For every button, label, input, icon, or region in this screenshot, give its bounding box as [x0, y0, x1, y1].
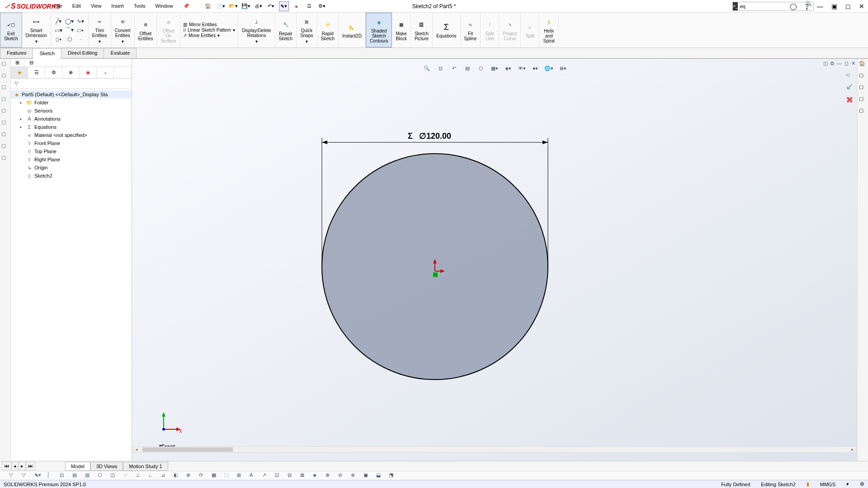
display-style-icon[interactable]: ▦▾	[490, 63, 500, 73]
bt-icon-30[interactable]: ⬓	[376, 472, 384, 479]
screen-icon[interactable]: 🖥▾	[557, 63, 567, 73]
menu-file[interactable]: File	[50, 1, 67, 11]
bt-icon-10[interactable]: ⟋	[123, 472, 131, 479]
dimension-value[interactable]: ∅120.00	[419, 131, 451, 141]
menu-edit[interactable]: Edit	[68, 1, 85, 11]
tab-last-icon[interactable]: ⏭	[26, 462, 35, 470]
edit-appearance-icon[interactable]: 👁▾	[517, 63, 527, 73]
tab-prev-icon[interactable]: ◂	[11, 462, 19, 470]
circle-tool-icon[interactable]: ◯▾	[65, 17, 75, 25]
display-relations-button[interactable]: ⊥ Display/Delete Relations▾	[238, 13, 275, 47]
tree-item-origin[interactable]: ↳Origin	[11, 164, 132, 172]
bt-icon-17[interactable]: ▦	[212, 472, 220, 479]
bt-icon-20[interactable]: A	[250, 472, 258, 479]
bt-icon-25[interactable]: ◈	[313, 472, 321, 479]
tree-item-right-plane[interactable]: ◊Right Plane	[11, 155, 132, 164]
tree-item-material[interactable]: ≡Material <not specified>	[11, 131, 132, 139]
horizontal-scrollbar[interactable]: ◂ ▸	[133, 446, 856, 453]
fm-display-tab-icon[interactable]: ◉	[80, 67, 97, 78]
fm-tree-tab-icon[interactable]: ◈	[11, 67, 28, 78]
rail-icon-3[interactable]: ▢	[1, 84, 9, 92]
vp-min-icon[interactable]: —	[837, 61, 842, 66]
point-tool-icon[interactable]: ·	[75, 35, 85, 43]
bt-icon-12[interactable]: ∟	[148, 472, 156, 479]
trim-entities-button[interactable]: ✂ Trim Entities▾	[89, 13, 111, 47]
tab-3d-views[interactable]: 3D Views	[90, 462, 123, 471]
vp-newwin-icon[interactable]: ◫	[823, 61, 828, 66]
rail-icon-4[interactable]: ▢	[1, 96, 9, 104]
rail-icon-8[interactable]: ▢	[1, 143, 9, 151]
fm-prop-tab-icon[interactable]: ☰	[28, 67, 45, 78]
apply-scene-icon[interactable]: ●▾	[530, 63, 540, 73]
hide-show-icon[interactable]: ◈▾	[503, 63, 513, 73]
fm-more-tab-icon[interactable]: ›	[97, 67, 114, 78]
menu-view[interactable]: View	[86, 1, 106, 11]
tree-item-folder[interactable]: ▸📁Folder	[11, 99, 132, 107]
right-rail-icon-5[interactable]: ▢	[859, 108, 867, 116]
tab-motion-study[interactable]: Motion Study 1	[123, 462, 168, 471]
rotate-confirm-icon[interactable]: ⟲	[846, 72, 854, 78]
bt-icon-4[interactable]: │	[47, 472, 55, 479]
scroll-right-icon[interactable]: ▸	[851, 446, 854, 452]
new-doc-icon[interactable]: 📄▾	[216, 1, 226, 11]
bt-icon-14[interactable]: ◐	[174, 472, 182, 479]
menu-insert[interactable]: Insert	[107, 1, 128, 11]
bt-icon-27[interactable]: ⊖	[338, 472, 346, 479]
settings-icon[interactable]: ⚙▾	[317, 1, 327, 11]
repair-sketch-button[interactable]: 🔧 Repair Sketch	[275, 13, 297, 47]
bt-icon-31[interactable]: ⬔	[389, 472, 397, 479]
bt-icon-22[interactable]: ⊡	[275, 472, 283, 479]
prev-view-icon[interactable]: ↶	[449, 63, 459, 73]
rail-icon-2[interactable]: ▢	[1, 72, 9, 80]
view-settings-icon[interactable]: 🌐▾	[544, 63, 554, 73]
bt-icon-13[interactable]: ⊿	[161, 472, 169, 479]
tree-item-sensors[interactable]: ◎Sensors	[11, 107, 132, 115]
sketch-picture-button[interactable]: 🖼 Sketch Picture	[411, 13, 433, 47]
tab-model[interactable]: Model	[65, 462, 90, 471]
section-view-icon[interactable]: ▤	[462, 63, 472, 73]
rail-icon-5[interactable]: ▢	[1, 108, 9, 116]
filter-icon[interactable]: ▽	[11, 79, 132, 89]
bt-icon-3[interactable]: ⬉▾	[34, 472, 42, 479]
menu-window[interactable]: Window	[151, 1, 178, 11]
bt-icon-9[interactable]: ◫	[110, 472, 118, 479]
bt-icon-2[interactable]: ▽	[22, 472, 30, 479]
panel-tab-icon-a[interactable]: ⊞	[11, 59, 24, 66]
bt-icon-26[interactable]: ⊕	[326, 472, 334, 479]
fm-config-tab-icon[interactable]: ⚙	[45, 67, 62, 78]
rail-icon-6[interactable]: ▢	[1, 119, 9, 127]
instant2d-button[interactable]: 📐 Instant2D	[339, 13, 366, 47]
bt-icon-18[interactable]: ⬚	[224, 472, 232, 479]
tab-next-icon[interactable]: ▸	[19, 462, 26, 470]
helix-button[interactable]: § Helix and Spiral	[539, 13, 559, 47]
menu-tools[interactable]: Tools	[129, 1, 150, 11]
make-block-button[interactable]: ▦ Make Block	[392, 13, 410, 47]
zoom-fit-icon[interactable]: 🔍	[422, 63, 432, 73]
bt-icon-29[interactable]: ▣	[363, 472, 372, 479]
bt-icon-16[interactable]: ⟳	[199, 472, 207, 479]
zoom-area-icon[interactable]: ⊡	[435, 63, 445, 73]
status-flag-icon[interactable]: ▮	[807, 481, 809, 487]
fit-spline-button[interactable]: ∿ Fit Spline	[461, 13, 481, 47]
view-orient-icon[interactable]: ⬡	[476, 63, 486, 73]
vp-link-icon[interactable]: ⧉	[830, 61, 834, 66]
minimize-icon[interactable]: —	[815, 2, 825, 11]
bt-icon-21[interactable]: ↗	[262, 472, 270, 479]
restore-icon[interactable]: ▣	[830, 2, 839, 11]
polygon-tool-icon[interactable]: ⬡	[65, 35, 75, 43]
help-icon[interactable]: ?	[803, 2, 811, 11]
rapid-sketch-button[interactable]: ⚡ Rapid Sketch	[317, 13, 339, 47]
bt-icon-28[interactable]: ⊗	[351, 472, 359, 479]
menu-pin-icon[interactable]: 📌	[179, 1, 194, 11]
tab-evaluate[interactable]: Evaluate	[104, 48, 137, 58]
maximize-icon[interactable]: ◻	[844, 2, 853, 11]
user-icon[interactable]: ◯	[788, 2, 799, 11]
shaded-contours-button[interactable]: ◉ Shaded Sketch Contours	[366, 13, 392, 47]
rect-tool-icon[interactable]: ▭▾	[54, 26, 64, 34]
equations-button[interactable]: Σ Equations	[433, 13, 460, 47]
right-rail-icon-4[interactable]: ▢	[859, 96, 867, 104]
graphics-viewport[interactable]: ◫ ⧉ — ◻ ✕ 🔍 ⊡ ↶ ▤ ⬡ ▦▾ ◈▾ 👁▾ ●▾ 🌐▾ 🖥▾ ⟲ …	[132, 59, 857, 461]
bt-icon-19[interactable]: ⊞	[237, 472, 245, 479]
save-icon[interactable]: 💾▾	[241, 1, 251, 11]
tab-first-icon[interactable]: ⏮	[2, 462, 11, 470]
